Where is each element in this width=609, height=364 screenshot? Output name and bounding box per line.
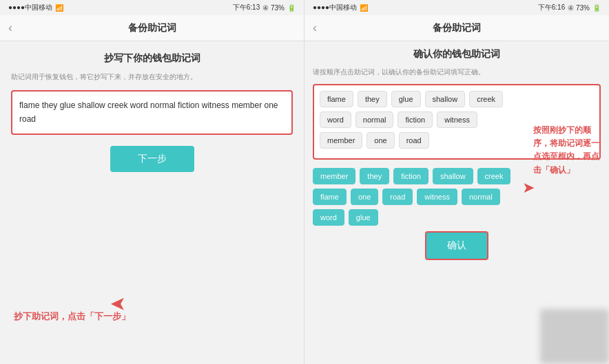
right-status-right: 下午6:16 ④ 73% 🔋 [538, 3, 601, 12]
chip-normal-2[interactable]: normal [462, 189, 500, 205]
left-status-bar: ●●●●中国移动 📶 下午6:13 ④ 73% 🔋 [0, 0, 304, 15]
left-nav-bar: ‹ 备份助记词 [0, 15, 304, 41]
left-annotation-text: 抄下助记词，点击「下一步」 [14, 310, 130, 323]
chip-glue-1[interactable]: glue [391, 91, 421, 107]
left-word-box: flame they glue shallow creek word norma… [11, 90, 293, 135]
chip-road-2[interactable]: road [382, 189, 413, 205]
right-time: 下午6:16 [538, 3, 565, 12]
chip-shallow-2[interactable]: shallow [433, 168, 473, 184]
app-container: ●●●●中国移动 📶 下午6:13 ④ 73% 🔋 ‹ 备份助记词 抄写下你的钱… [0, 0, 609, 364]
left-phone: ●●●●中国移动 📶 下午6:13 ④ 73% 🔋 ‹ 备份助记词 抄写下你的钱… [0, 0, 304, 364]
right-back-button[interactable]: ‹ [313, 21, 317, 35]
right-annotation-text: 按照刚抄下的顺序，将助记词逐一点选至框内，再点击「确认」 [533, 124, 602, 177]
right-battery-percent: ④ 73% [568, 4, 590, 12]
chip-glue-2[interactable]: glue [349, 209, 378, 226]
right-battery-icon: 🔋 [592, 4, 601, 12]
chip-normal-1[interactable]: normal [355, 111, 394, 128]
chip-one-2[interactable]: one [351, 189, 378, 205]
chip-fiction-1[interactable]: fiction [398, 111, 433, 128]
left-page-title: 抄写下你的钱包助记词 [11, 52, 293, 65]
left-carrier: ●●●●中国移动 [8, 3, 52, 12]
chip-witness-1[interactable]: witness [437, 111, 477, 128]
left-wifi-icon: 📶 [55, 4, 63, 12]
chip-creek-2[interactable]: creek [477, 168, 511, 184]
left-page-content: 抄写下你的钱包助记词 助记词用于恢复钱包，将它抄写下来，并存放在安全的地方。 f… [0, 41, 304, 364]
left-status-right: 下午6:13 ④ 73% 🔋 [233, 3, 296, 12]
right-status-left: ●●●●中国移动 📶 [313, 3, 368, 12]
right-phone: ●●●●中国移动 📶 下午6:16 ④ 73% 🔋 ‹ 备份助记词 确认你的钱包… [304, 0, 609, 364]
left-next-button[interactable]: 下一步 [110, 146, 194, 172]
chip-road-1[interactable]: road [399, 132, 429, 149]
chip-they-1[interactable]: they [358, 91, 387, 107]
chip-shallow-1[interactable]: shallow [425, 91, 466, 107]
left-mnemonic-words: flame they glue shallow creek word norma… [19, 100, 278, 124]
left-nav-title: 备份助记词 [128, 22, 176, 34]
chip-word-1[interactable]: word [320, 111, 351, 128]
left-back-button[interactable]: ‹ [8, 21, 12, 35]
right-nav-title: 备份助记词 [433, 22, 481, 34]
selected-row-1: flame they glue shallow creek [320, 91, 594, 107]
right-status-bar: ●●●●中国移动 📶 下午6:16 ④ 73% 🔋 [304, 0, 609, 15]
chip-flame-2[interactable]: flame [313, 189, 347, 205]
blurred-area [540, 309, 609, 364]
chip-creek-1[interactable]: creek [469, 91, 503, 107]
chip-member-2[interactable]: member [313, 168, 355, 184]
chip-one-1[interactable]: one [367, 132, 394, 149]
selectable-row-2: flame one road witness normal [313, 189, 601, 205]
chip-word-2[interactable]: word [313, 209, 344, 226]
right-carrier: ●●●●中国移动 [313, 3, 357, 12]
left-status-left: ●●●●中国移动 📶 [8, 3, 63, 12]
right-confirm-button[interactable]: 确认 [425, 231, 488, 260]
right-page-subtitle: 请按顺序点击助记词，以确认你的备份助记词填写正确。 [313, 67, 601, 77]
right-nav-bar: ‹ 备份助记词 [304, 15, 609, 41]
chip-member-1[interactable]: member [320, 132, 362, 149]
chip-fiction-2[interactable]: fiction [393, 168, 429, 184]
left-battery-icon: 🔋 [287, 4, 296, 12]
selectable-row-3: word glue [313, 209, 601, 226]
left-battery-percent: ④ 73% [262, 4, 285, 12]
right-page-title: 确认你的钱包助记词 [313, 48, 601, 61]
right-wifi-icon: 📶 [360, 4, 368, 12]
chip-flame-1[interactable]: flame [320, 91, 353, 107]
selectable-area: member they fiction shallow creek flame … [313, 168, 601, 226]
chip-they-2[interactable]: they [360, 168, 389, 184]
left-page-subtitle: 助记词用于恢复钱包，将它抄写下来，并存放在安全的地方。 [11, 72, 293, 82]
right-arrow-icon: ➤ [522, 179, 535, 197]
left-time: 下午6:13 [233, 3, 260, 12]
chip-witness-2[interactable]: witness [417, 189, 457, 205]
right-page-content: 确认你的钱包助记词 请按顺序点击助记词，以确认你的备份助记词填写正确。 flam… [304, 41, 609, 364]
